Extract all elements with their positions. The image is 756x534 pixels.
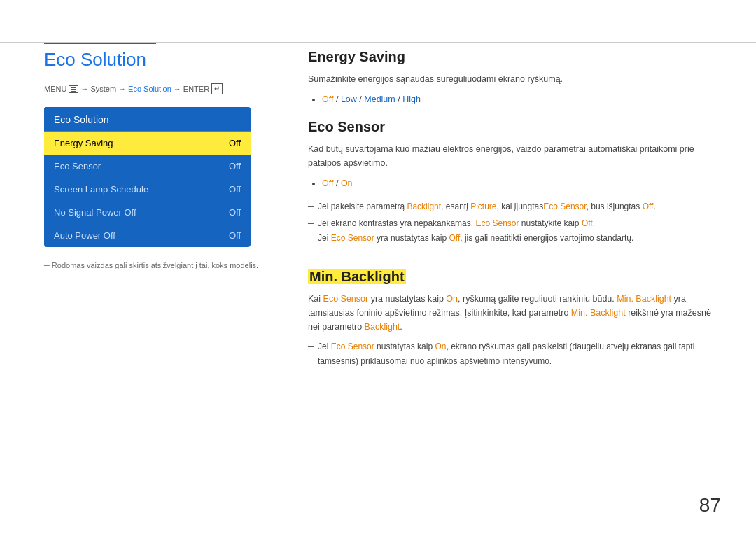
top-divider (0, 42, 756, 43)
page-title: Eco Solution (44, 49, 268, 71)
eco-on-label: On (341, 178, 353, 188)
breadcrumb: MENU → System → Eco Solution → ENTER ↵ (44, 83, 268, 94)
energy-saving-bullets: Off / Low / Medium / High (322, 92, 721, 108)
energy-saving-heading: Energy Saving (308, 49, 721, 65)
min-backlight-desc: Kai Eco Sensor yra nustatytas kaip On, r… (308, 292, 721, 334)
menu-item-label: Eco Sensor (54, 161, 101, 171)
menu-item-value: Off (229, 230, 241, 241)
menu-item-label: Screen Lamp Schedule (54, 184, 148, 195)
menu-item-energy-saving[interactable]: Energy Saving Off (44, 132, 251, 155)
note-text: Rodomas vaizdas gali skirtis atsižvelgia… (44, 260, 268, 272)
eco-off-label: Off (322, 178, 333, 188)
min-backlight-heading: Min. Backlight (308, 269, 721, 285)
menu-item-screen-lamp-schedule[interactable]: Screen Lamp Schedule Off (44, 178, 251, 201)
min-backlight-highlight: Min. Backlight (308, 269, 406, 284)
separator1: / (336, 94, 341, 104)
breadcrumb-arrow1: → (80, 85, 88, 93)
menu-item-label: Energy Saving (54, 138, 113, 148)
breadcrumb-arrow2: → (118, 85, 126, 93)
breadcrumb-eco: Eco Solution (128, 85, 172, 93)
eco-sensor-note1: Jei pakeisite parametrą Backlight, esant… (308, 199, 721, 213)
menu-item-label: Auto Power Off (54, 230, 115, 241)
off-label: Off (322, 94, 333, 104)
energy-saving-desc: Sumažinkite energijos sąnaudas sureguliu… (308, 72, 721, 86)
menu-item-value: Off (229, 184, 241, 195)
eco-solution-menu: Eco Solution Energy Saving Off Eco Senso… (44, 107, 251, 247)
page-number: 87 (699, 494, 721, 517)
eco-sensor-heading: Eco Sensor (308, 119, 721, 135)
menu-item-eco-sensor[interactable]: Eco Sensor Off (44, 155, 251, 178)
right-column: Energy Saving Sumažinkite energijos sąna… (308, 49, 721, 379)
menu-label: MENU (44, 85, 66, 93)
eco-sensor-note2: Jei ekrano kontrastas yra nepakankamas, … (308, 216, 721, 245)
menu-item-label: No Signal Power Off (54, 207, 136, 218)
left-column: Eco Solution MENU → System → Eco Solutio… (44, 49, 268, 272)
menu-item-value: Off (229, 161, 241, 171)
eco-sensor-bullets: Off / On (322, 176, 721, 192)
breadcrumb-system: System (90, 85, 116, 93)
eco-sensor-desc: Kad būtų suvartojama kuo mažiau elektros… (308, 142, 721, 170)
menu-box-title: Eco Solution (44, 107, 251, 132)
medium-label: Medium (364, 94, 395, 104)
eco-sensor-section: Eco Sensor Kad būtų suvartojama kuo maži… (308, 119, 721, 246)
menu-item-value: Off (229, 207, 241, 218)
breadcrumb-arrow3: → (174, 85, 181, 93)
menu-item-auto-power-off[interactable]: Auto Power Off Off (44, 224, 251, 247)
low-label: Low (341, 94, 357, 104)
menu-item-no-signal-power-off[interactable]: No Signal Power Off Off (44, 201, 251, 224)
eco-sensor-bullet: Off / On (322, 176, 721, 192)
min-backlight-section: Min. Backlight Kai Eco Sensor yra nustat… (308, 269, 721, 368)
min-backlight-note: Jei Eco Sensor nustatytas kaip On, ekran… (308, 339, 721, 368)
energy-saving-bullet: Off / Low / Medium / High (322, 92, 721, 108)
eco-sep: / (336, 178, 341, 188)
menu-item-value: Off (229, 138, 241, 148)
breadcrumb-enter: ENTER (183, 85, 209, 93)
high-label: High (402, 94, 421, 104)
energy-saving-section: Energy Saving Sumažinkite energijos sąna… (308, 49, 721, 108)
